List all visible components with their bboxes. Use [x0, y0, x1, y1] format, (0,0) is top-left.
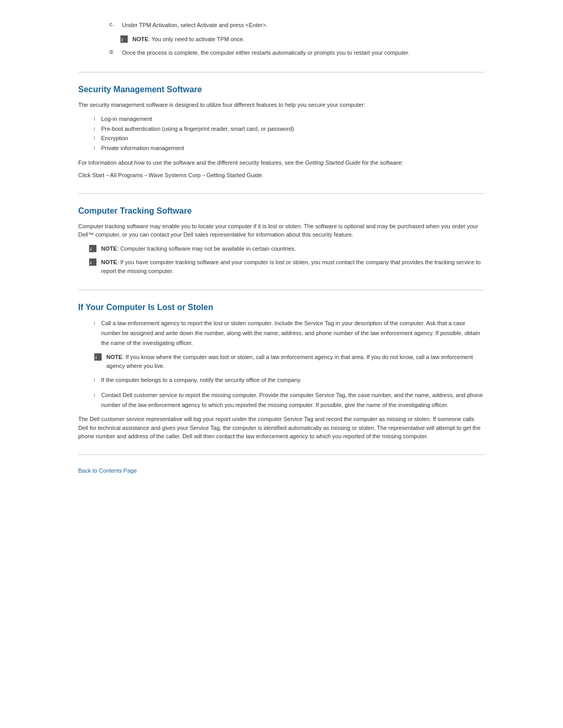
footer: Back to Contents Page	[78, 467, 485, 474]
step-c: c. Under TPM Activation, select Activate…	[78, 21, 485, 30]
page-container: c. Under TPM Activation, select Activate…	[47, 0, 516, 505]
security-bullet-3: Encryption	[94, 133, 485, 143]
note-icon-tracking-1: i	[89, 244, 97, 253]
step-d-text: Once the process is complete, the comput…	[122, 48, 409, 57]
note-icon-tracking-2: i	[89, 258, 97, 266]
note-tpm-once: i NOTE: You only need to activate TPM on…	[120, 35, 485, 44]
tracking-note-1: i NOTE: Computer tracking software may n…	[89, 244, 485, 253]
step-d-letter: d.	[109, 48, 118, 57]
tracking-note-1-label: NOTE	[101, 245, 117, 252]
lost-bullet-list-2: If the computer belongs to a company, no…	[94, 375, 485, 385]
step-c-text: Under TPM Activation, select Activate an…	[122, 21, 267, 30]
note-icon-1: i	[120, 35, 128, 43]
note-icon-lost-1: i	[94, 353, 102, 361]
security-section: Security Management Software The securit…	[78, 85, 485, 194]
lost-section-title: If Your Computer Is Lost or Stolen	[78, 303, 485, 312]
lost-closing-para: The Dell customer service representative…	[78, 415, 485, 441]
lost-note-1: i NOTE: If you know where the computer w…	[94, 353, 485, 370]
lost-bullet-1: Call a law enforcement agency to report …	[94, 318, 485, 348]
tracking-note-2-text: NOTE: If you have computer tracking soft…	[101, 258, 485, 275]
lost-note-1-content: If you know where the computer was lost …	[106, 354, 473, 369]
security-bullet-1: Log-in management	[94, 114, 485, 124]
tracking-section: Computer Tracking Software Computer trac…	[78, 206, 485, 291]
security-section-title: Security Management Software	[78, 85, 485, 94]
tracking-note-2-content: If you have computer tracking software a…	[101, 259, 481, 274]
note-label-1: NOTE	[132, 36, 149, 42]
security-bullet-4: Private information management	[94, 143, 485, 153]
tracking-section-intro: Computer tracking software may enable yo…	[78, 222, 485, 239]
lost-section: If Your Computer Is Lost or Stolen Call …	[78, 303, 485, 455]
top-section: c. Under TPM Activation, select Activate…	[78, 21, 485, 72]
tracking-section-title: Computer Tracking Software	[78, 206, 485, 216]
lost-note-1-text: NOTE: If you know where the computer was…	[106, 353, 485, 370]
security-bullet-2: Pre-boot authentication (using a fingerp…	[94, 124, 485, 134]
step-d: d. Once the process is complete, the com…	[78, 48, 485, 57]
security-bullet-list: Log-in management Pre-boot authenticatio…	[94, 114, 485, 153]
lost-bullet-list-3: Contact Dell customer service to report …	[94, 390, 485, 410]
tracking-note-2: i NOTE: If you have computer tracking so…	[89, 258, 485, 275]
tracking-note-1-content: Computer tracking software may not be av…	[120, 245, 296, 252]
note-tpm-once-text: NOTE: You only need to activate TPM once…	[132, 35, 244, 44]
getting-started-guide-italic: Getting Started Guide	[305, 159, 360, 166]
back-to-contents-link[interactable]: Back to Contents Page	[78, 467, 137, 474]
security-para1: For information about how to use the sof…	[78, 158, 485, 167]
lost-bullet-list-1: Call a law enforcement agency to report …	[94, 318, 485, 348]
security-section-intro: The security management software is desi…	[78, 101, 485, 109]
lost-note-1-label: NOTE	[106, 354, 123, 360]
lost-bullet-2: If the computer belongs to a company, no…	[94, 375, 485, 385]
tracking-note-2-label: NOTE	[101, 259, 117, 265]
note-content-1: You only need to activate TPM once.	[151, 36, 244, 42]
security-para2: Click Start→All Programs→Wave Systems Co…	[78, 171, 485, 180]
tracking-note-1-text: NOTE: Computer tracking software may not…	[101, 244, 296, 253]
lost-bullet-3: Contact Dell customer service to report …	[94, 390, 485, 410]
step-c-letter: c.	[109, 21, 118, 30]
